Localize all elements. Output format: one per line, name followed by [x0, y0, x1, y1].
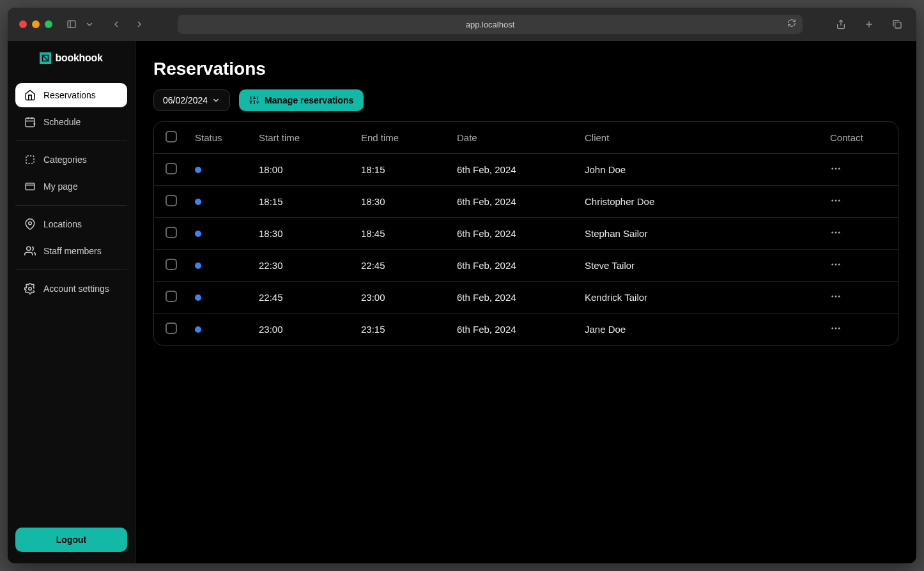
brand-mark-icon — [40, 52, 51, 64]
table-row[interactable]: 18:15 18:30 6th Feb, 2024 Christopher Do… — [154, 186, 898, 218]
main-content: Reservations 06/02/2024 Manage reservati… — [135, 41, 916, 563]
reservations-table: Status Start time End time Date Client C… — [153, 121, 898, 346]
row-actions-button[interactable] — [830, 227, 842, 238]
cell-client: Christopher Doe — [576, 186, 821, 218]
new-tab-icon[interactable] — [861, 17, 877, 32]
tabs-overview-icon[interactable] — [889, 17, 905, 32]
status-dot-icon — [195, 263, 201, 269]
svg-point-33 — [835, 200, 837, 202]
row-checkbox[interactable] — [166, 195, 177, 206]
calendar-icon — [24, 116, 36, 128]
cell-end-time: 23:15 — [352, 314, 448, 346]
home-icon — [24, 89, 36, 101]
table-header-row: Status Start time End time Date Client C… — [154, 122, 898, 154]
table-row[interactable]: 18:30 18:45 6th Feb, 2024 Stephan Sailor — [154, 218, 898, 250]
page-title: Reservations — [153, 59, 898, 79]
svg-point-18 — [27, 247, 31, 250]
chevron-down-icon — [212, 96, 220, 105]
window-close-button[interactable] — [19, 20, 27, 28]
column-header-contact[interactable]: Contact — [821, 122, 898, 154]
toolbar: 06/02/2024 Manage reservations — [153, 89, 898, 111]
manage-button-label: Manage reservations — [265, 95, 353, 105]
manage-reservations-button[interactable]: Manage reservations — [239, 89, 364, 111]
sidebar-item-schedule[interactable]: Schedule — [15, 110, 127, 134]
row-checkbox[interactable] — [166, 259, 177, 270]
svg-point-42 — [835, 296, 837, 298]
address-bar[interactable]: app.localhost — [178, 15, 803, 34]
browser-window: app.localhost bookhook — [8, 8, 916, 563]
sidebar-item-locations[interactable]: Locations — [15, 212, 127, 236]
status-dot-icon — [195, 326, 201, 333]
window-controls — [19, 20, 52, 28]
sidebar-item-staff[interactable]: Staff members — [15, 239, 127, 263]
cell-date: 6th Feb, 2024 — [448, 314, 576, 346]
date-filter-value: 06/02/2024 — [163, 95, 208, 105]
svg-point-41 — [831, 296, 833, 298]
svg-point-40 — [838, 264, 840, 266]
row-checkbox[interactable] — [166, 227, 177, 238]
row-checkbox[interactable] — [166, 323, 177, 334]
nav-forward-icon[interactable] — [132, 17, 147, 32]
column-header-end[interactable]: End time — [352, 122, 448, 154]
svg-point-43 — [838, 296, 840, 298]
window-minimize-button[interactable] — [32, 20, 40, 28]
row-actions-button[interactable] — [830, 259, 842, 270]
brand-name: bookhook — [55, 52, 102, 64]
dashed-square-icon — [24, 154, 36, 165]
share-icon[interactable] — [833, 17, 849, 32]
sidebar: bookhook Reservations Schedule Categorie… — [8, 41, 135, 563]
logout-button[interactable]: Logout — [15, 528, 127, 552]
window-maximize-button[interactable] — [45, 20, 52, 28]
cell-client: Stephan Sailor — [576, 218, 821, 250]
column-header-status[interactable]: Status — [186, 122, 250, 154]
row-actions-button[interactable] — [830, 323, 842, 334]
sidebar-item-account-settings[interactable]: Account settings — [15, 277, 127, 301]
sidebar-item-categories[interactable]: Categories — [15, 148, 127, 172]
svg-line-6 — [43, 56, 48, 61]
row-checkbox[interactable] — [166, 291, 177, 302]
table-row[interactable]: 22:30 22:45 6th Feb, 2024 Steve Tailor — [154, 250, 898, 282]
row-actions-button[interactable] — [830, 195, 842, 206]
column-header-client[interactable]: Client — [576, 122, 821, 154]
sidebar-item-label: Locations — [43, 219, 82, 229]
cell-end-time: 18:30 — [352, 186, 448, 218]
cell-client: John Doe — [576, 154, 821, 186]
refresh-icon[interactable] — [787, 19, 796, 30]
browser-titlebar: app.localhost — [8, 8, 916, 41]
brand-logo[interactable]: bookhook — [15, 52, 127, 64]
cell-date: 6th Feb, 2024 — [448, 218, 576, 250]
row-actions-button[interactable] — [830, 163, 842, 174]
svg-point-46 — [838, 328, 840, 330]
gear-icon — [24, 283, 36, 294]
sidebar-item-my-page[interactable]: My page — [15, 174, 127, 199]
table-row[interactable]: 22:45 23:00 6th Feb, 2024 Kendrick Tailo… — [154, 282, 898, 314]
sidebar-item-label: Schedule — [43, 117, 81, 127]
chevron-down-icon[interactable] — [82, 17, 97, 32]
map-pin-icon — [24, 218, 36, 230]
cell-client: Steve Tailor — [576, 250, 821, 282]
sidebar-item-reservations[interactable]: Reservations — [15, 83, 127, 107]
column-header-date[interactable]: Date — [448, 122, 576, 154]
cell-end-time: 18:45 — [352, 218, 448, 250]
sidebar-item-label: Staff members — [43, 246, 102, 256]
cell-date: 6th Feb, 2024 — [448, 282, 576, 314]
svg-point-29 — [831, 168, 833, 170]
cell-end-time: 18:15 — [352, 154, 448, 186]
table-row[interactable]: 18:00 18:15 6th Feb, 2024 John Doe — [154, 154, 898, 186]
sidebar-toggle-icon[interactable] — [64, 17, 79, 32]
table-row[interactable]: 23:00 23:15 6th Feb, 2024 Jane Doe — [154, 314, 898, 346]
select-all-checkbox[interactable] — [166, 131, 177, 142]
sidebar-item-label: Categories — [43, 155, 87, 165]
cell-start-time: 22:30 — [250, 250, 352, 282]
nav-divider — [15, 141, 127, 141]
svg-rect-8 — [26, 118, 35, 127]
svg-point-32 — [831, 200, 833, 202]
column-header-start[interactable]: Start time — [250, 122, 352, 154]
row-actions-button[interactable] — [830, 291, 842, 302]
svg-point-35 — [831, 232, 833, 234]
nav-back-icon[interactable] — [109, 17, 124, 32]
cell-date: 6th Feb, 2024 — [448, 250, 576, 282]
svg-point-30 — [835, 168, 837, 170]
date-filter-button[interactable]: 06/02/2024 — [153, 89, 230, 111]
row-checkbox[interactable] — [166, 163, 177, 174]
